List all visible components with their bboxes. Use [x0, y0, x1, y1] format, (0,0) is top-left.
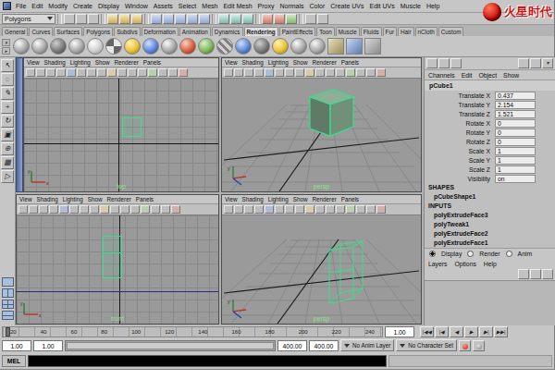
viewport-canvas-persp[interactable]: y persp — [222, 79, 421, 191]
radio-display[interactable] — [429, 251, 436, 257]
layout-split-pane-icon[interactable] — [2, 311, 14, 320]
quick-select-field-icon[interactable] — [305, 14, 316, 24]
viewport-toolbar-icon[interactable] — [285, 205, 294, 214]
node-name[interactable]: pCube1 — [425, 80, 555, 91]
render-icon[interactable] — [262, 14, 273, 24]
attr-label[interactable]: Scale Y — [425, 157, 495, 164]
viewport-top[interactable]: View Shading Lighting Show Renderer Pane… — [23, 57, 219, 192]
attr-value-field[interactable]: 1 — [495, 156, 536, 165]
vp-menu-renderer[interactable]: Renderer — [106, 196, 130, 202]
vp-menu-lighting[interactable]: Lighting — [268, 196, 289, 202]
attr-value-field[interactable]: 2.154 — [495, 101, 536, 109]
shelf-material-sphere-icon[interactable] — [235, 38, 252, 55]
open-scene-icon[interactable] — [76, 14, 87, 24]
selected-cube-top-view[interactable] — [122, 117, 142, 137]
shelf-tab-dynamics[interactable]: Dynamics — [212, 27, 243, 36]
menu-muscle[interactable]: Muscle — [400, 3, 422, 9]
viewport-toolbar-icon[interactable] — [326, 205, 335, 214]
menuset-dropdown[interactable]: Polygons — [2, 14, 56, 24]
viewport-toolbar-icon[interactable] — [128, 68, 137, 77]
viewport-toolbar-icon[interactable] — [161, 205, 170, 214]
select-hierarchy-icon[interactable] — [107, 14, 118, 24]
viewport-toolbar-icon[interactable] — [244, 68, 253, 77]
play-backwards-button[interactable]: ◀ — [450, 326, 463, 337]
shelf-tab-custom[interactable]: Custom — [438, 27, 464, 36]
viewport-toolbar-icon[interactable] — [49, 205, 58, 214]
snap-surface-icon[interactable] — [199, 14, 210, 24]
universal-manipulator-icon[interactable]: ⊕ — [1, 142, 14, 155]
shelf-tab-ncloth[interactable]: nCloth — [415, 27, 438, 36]
vp-menu-renderer[interactable]: Renderer — [312, 59, 336, 66]
vp-menu-view[interactable]: View — [225, 59, 238, 66]
shelf-material-sphere-icon[interactable] — [309, 38, 326, 55]
shelf-menu-icon[interactable]: ▾ — [2, 39, 10, 46]
menu-proxy[interactable]: Proxy — [257, 3, 276, 9]
viewport-toolbar-icon[interactable] — [254, 205, 264, 214]
shelf-light-icon[interactable] — [327, 38, 344, 55]
input-node[interactable]: polyExtrudeFace2 — [425, 229, 555, 239]
attr-label[interactable]: Scale X — [425, 148, 495, 154]
shelf-tab-polygons[interactable]: Polygons — [83, 27, 113, 36]
menu-edit-uvs[interactable]: Edit UVs — [368, 3, 395, 9]
move-tool-icon[interactable]: + — [1, 101, 14, 114]
viewport-toolbar-icon[interactable] — [130, 205, 140, 214]
shelf-material-sphere-icon[interactable] — [142, 38, 159, 55]
shelf-material-sphere-icon[interactable] — [68, 38, 85, 55]
shelf-camera-icon[interactable] — [346, 38, 363, 55]
shelf-utility-icon[interactable] — [364, 38, 381, 55]
layer-menu-layers[interactable]: Layers — [428, 261, 447, 267]
viewport-toolbar-icon[interactable] — [120, 205, 130, 214]
shelf-material-sphere-icon[interactable] — [13, 38, 30, 55]
snap-grid-icon[interactable] — [151, 14, 162, 24]
menu-assets[interactable]: Assets — [153, 3, 174, 9]
last-tool-icon[interactable]: ▷ — [1, 170, 14, 183]
input-node[interactable]: polyTweak1 — [425, 220, 555, 229]
input-node[interactable]: polyExtrudeFace3 — [425, 211, 555, 220]
character-set-dropdown[interactable]: No Character Set — [396, 339, 457, 351]
shelf-tab-fur[interactable]: Fur — [383, 27, 397, 36]
shelf-tab-general[interactable]: General — [2, 27, 28, 36]
viewport-toolbar-icon[interactable] — [117, 68, 127, 77]
channel-manip-icon[interactable] — [426, 58, 438, 68]
menu-mesh[interactable]: Mesh — [201, 3, 218, 9]
shelf-checker-sphere-icon[interactable] — [105, 38, 122, 55]
viewport-canvas-top[interactable]: x y top — [24, 79, 218, 191]
shelf-material-sphere-icon[interactable] — [179, 38, 196, 55]
vp-menu-renderer[interactable]: Renderer — [114, 59, 138, 66]
attr-value-field[interactable]: 1 — [495, 165, 536, 174]
new-scene-icon[interactable] — [64, 14, 75, 24]
new-layer-selected-icon[interactable] — [542, 269, 553, 279]
viewport-toolbar-icon[interactable] — [376, 68, 386, 77]
attr-label[interactable]: Rotate Z — [425, 139, 495, 145]
viewport-toolbar-icon[interactable] — [254, 68, 264, 77]
vp-menu-lighting[interactable]: Lighting — [63, 196, 83, 202]
viewport-toolbar-icon[interactable] — [138, 68, 147, 77]
paint-select-tool-icon[interactable]: ✎ — [1, 87, 14, 100]
vp-menu-panels[interactable]: Panels — [143, 59, 161, 66]
viewport-toolbar-icon[interactable] — [356, 205, 365, 214]
shelf-tab-curves[interactable]: Curves — [29, 27, 53, 36]
shelf-tab-hair[interactable]: Hair — [398, 27, 414, 36]
viewport-toolbar-icon[interactable] — [275, 205, 284, 214]
menu-file[interactable]: File — [15, 3, 27, 9]
output-connections-icon[interactable] — [230, 14, 241, 24]
shelf-scroll-icon[interactable]: ▸ — [2, 47, 10, 55]
viewport-persp-wireframe[interactable]: View Shading Lighting Show Renderer Pane… — [221, 194, 422, 325]
anim-start-field[interactable]: 1.00 — [2, 340, 31, 351]
menu-display[interactable]: Display — [97, 3, 120, 9]
viewport-toolbar-icon[interactable] — [326, 68, 335, 77]
viewport-toolbar-icon[interactable] — [285, 68, 294, 77]
vp-menu-renderer[interactable]: Renderer — [312, 196, 336, 202]
rotate-tool-icon[interactable]: ↻ — [1, 115, 14, 128]
current-frame-marker[interactable] — [6, 327, 10, 337]
viewport-toolbar-icon[interactable] — [69, 205, 79, 214]
step-back-button[interactable]: |◀ — [435, 326, 449, 337]
menu-edit-mesh[interactable]: Edit Mesh — [222, 3, 253, 9]
viewport-toolbar-icon[interactable] — [224, 68, 233, 77]
viewport-toolbar-icon[interactable] — [141, 205, 150, 214]
shelf-tab-fluids[interactable]: Fluids — [361, 27, 382, 36]
shelf-material-sphere-icon[interactable] — [124, 38, 141, 55]
radio-render[interactable] — [467, 251, 474, 257]
anim-end-field[interactable]: 400.00 — [309, 340, 339, 351]
input-node[interactable]: polyExtrudeFace1 — [425, 239, 555, 248]
